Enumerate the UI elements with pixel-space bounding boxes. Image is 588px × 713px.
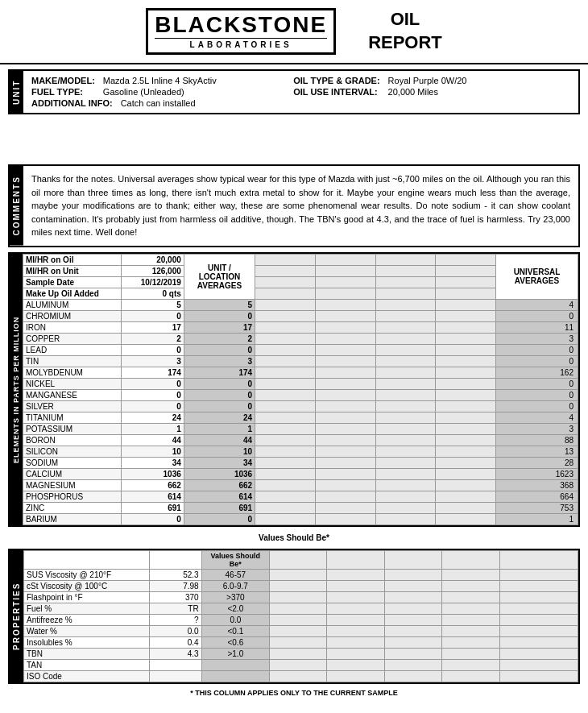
- el-unit-avg-12: 44: [184, 434, 255, 446]
- prop-univ-2: [499, 591, 578, 603]
- prop-b1-1: [270, 580, 327, 591]
- el-unit-avg-10: 24: [184, 412, 255, 423]
- el-hdr-label-0: MI/HR on Oil: [23, 254, 122, 265]
- el-blank1-3: [255, 288, 316, 299]
- prop-b4-8: [442, 659, 499, 670]
- el-univ-avg-19: 1: [496, 513, 578, 524]
- el-val-1: 0: [122, 310, 184, 321]
- el-b3-3: [375, 333, 436, 344]
- univ-avg-header: UNIVERSAL AVERAGES: [496, 254, 578, 299]
- el-b1-19: [255, 513, 316, 524]
- el-univ-avg-1: 0: [496, 310, 578, 321]
- prop-b2-8: [327, 659, 384, 670]
- el-unit-avg-13: 10: [184, 446, 255, 457]
- prop-b4-9: [442, 670, 499, 682]
- prop-univ-6: [499, 636, 578, 648]
- el-b3-5: [375, 355, 436, 367]
- report-title: OIL REPORT: [368, 8, 442, 54]
- el-b2-1: [315, 310, 375, 321]
- prop-val-0: 52.3: [149, 569, 201, 580]
- logo-box: BLACKSTONE LABORATORIES: [146, 8, 336, 55]
- prop-name-7: TBN: [24, 648, 150, 659]
- additional-key: ADDITIONAL INFO:: [31, 98, 113, 108]
- el-blank2-1: [315, 265, 375, 276]
- footnote: * THIS COLUMN APPLIES ONLY TO THE CURREN…: [8, 689, 580, 697]
- el-blank1-2: [255, 276, 316, 288]
- el-unit-avg-16: 662: [184, 479, 255, 491]
- prop-should-2: >370: [201, 591, 269, 603]
- el-unit-avg-2: 17: [184, 321, 255, 333]
- prop-b3-0: [384, 569, 441, 580]
- el-blank2: [315, 254, 375, 265]
- el-b4-18: [436, 502, 496, 513]
- el-b2-19: [315, 513, 375, 524]
- prop-b1-5: [270, 625, 327, 636]
- el-val-0: 5: [122, 299, 184, 310]
- el-b3-2: [375, 321, 436, 333]
- prop-univ-1: [499, 580, 578, 591]
- prop-b4-6: [442, 636, 499, 648]
- prop-b2-7: [327, 648, 384, 659]
- prop-b1-4: [270, 614, 327, 625]
- el-b3-10: [375, 412, 436, 423]
- properties-section: PROPERTIES Values Should Be* SUS Viscosi…: [8, 549, 580, 684]
- prop-name-0: SUS Viscosity @ 210°F: [24, 569, 150, 580]
- prop-name-4: Antifreeze %: [24, 614, 150, 625]
- prop-b2-2: [327, 591, 384, 603]
- el-val-7: 0: [122, 378, 184, 389]
- el-name-14: SODIUM: [23, 457, 122, 468]
- el-b4-13: [436, 446, 496, 457]
- el-unit-avg-8: 0: [184, 389, 255, 400]
- el-name-11: POTASSIUM: [23, 423, 122, 434]
- unit-content: MAKE/MODEL: Mazda 2.5L Inline 4 SkyActiv…: [23, 71, 578, 113]
- oil-interval-val: 20,000 Miles: [388, 87, 570, 97]
- make-val: Mazda 2.5L Inline 4 SkyActiv: [103, 76, 285, 85]
- properties-label: PROPERTIES: [10, 550, 23, 682]
- el-b4-8: [436, 389, 496, 400]
- el-val-12: 44: [122, 434, 184, 446]
- el-unit-avg-1: 0: [184, 310, 255, 321]
- el-unit-avg-4: 0: [184, 344, 255, 355]
- el-blank3-3: [375, 288, 436, 299]
- prop-b3-8: [384, 659, 441, 670]
- prop-b4-4: [442, 614, 499, 625]
- el-univ-avg-2: 11: [496, 321, 578, 333]
- props-hdr-val: [149, 550, 201, 569]
- el-b4-11: [436, 423, 496, 434]
- el-val-13: 10: [122, 446, 184, 457]
- comments-section: COMMENTS Thanks for the notes. Universal…: [8, 164, 580, 247]
- el-b3-9: [375, 400, 436, 412]
- el-val-15: 1036: [122, 468, 184, 479]
- fuel-val: Gasoline (Unleaded): [103, 87, 285, 97]
- el-univ-avg-4: 0: [496, 344, 578, 355]
- el-blank4-2: [436, 276, 496, 288]
- prop-b3-1: [384, 580, 441, 591]
- el-b4-17: [436, 491, 496, 502]
- comments-content: Thanks for the notes. Universal averages…: [23, 166, 578, 246]
- el-univ-avg-8: 0: [496, 389, 578, 400]
- el-b4-4: [436, 344, 496, 355]
- comments-label: COMMENTS: [10, 166, 23, 246]
- el-unit-avg-9: 0: [184, 400, 255, 412]
- el-b3-16: [375, 479, 436, 491]
- el-b3-11: [375, 423, 436, 434]
- prop-name-5: Water %: [24, 625, 150, 636]
- el-b1-0: [255, 299, 316, 310]
- el-val-18: 691: [122, 502, 184, 513]
- prop-val-7: 4.3: [149, 648, 201, 659]
- prop-name-8: TAN: [24, 659, 150, 670]
- el-b1-5: [255, 355, 316, 367]
- el-univ-avg-0: 4: [496, 299, 578, 310]
- el-univ-avg-6: 162: [496, 367, 578, 378]
- el-univ-avg-18: 753: [496, 502, 578, 513]
- el-b3-7: [375, 378, 436, 389]
- el-val-8: 0: [122, 389, 184, 400]
- el-b2-18: [315, 502, 375, 513]
- prop-should-4: 0.0: [201, 614, 269, 625]
- el-name-3: COPPER: [23, 333, 122, 344]
- props-hdr-b1: [270, 550, 327, 569]
- el-name-6: MOLYBDENUM: [23, 367, 122, 378]
- prop-univ-9: [499, 670, 578, 682]
- el-b2-17: [315, 491, 375, 502]
- el-b4-12: [436, 434, 496, 446]
